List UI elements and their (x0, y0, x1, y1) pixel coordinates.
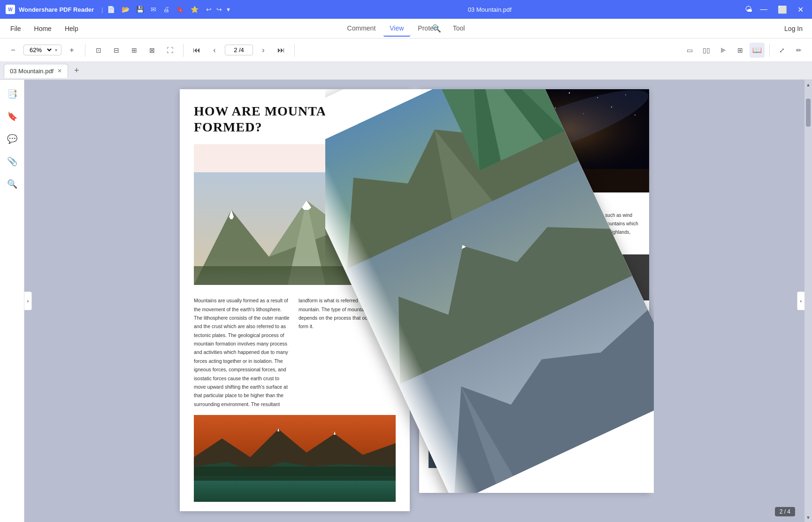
window-controls: 🌤 — ⬜ ✕ (745, 5, 806, 14)
page3-night-sky-image (419, 89, 649, 192)
page2-lake-image (194, 415, 396, 502)
document-title: 03 Mountain.pdf (235, 6, 745, 13)
bookmark-icon[interactable]: 🔖 (176, 6, 184, 13)
last-page-button[interactable]: ⏭ (274, 43, 289, 58)
zoom-control[interactable]: 62% 50% 75% 100% ▾ (23, 45, 61, 55)
titlebar-sep: | (101, 6, 103, 13)
crop-button[interactable]: ⛶ (162, 43, 177, 58)
page3-rocky-mountain-image (429, 374, 640, 468)
fullscreen-button[interactable]: ⤢ (774, 43, 789, 58)
doc-tab-active[interactable]: 03 Mountain.pdf ✕ (4, 64, 68, 78)
svg-point-27 (466, 110, 467, 111)
bookmark2-icon[interactable]: ▾ (227, 6, 230, 13)
add-tab-button[interactable]: + (70, 64, 83, 77)
book-view-button[interactable]: 📖 (750, 43, 765, 58)
page2-title: HOW ARE MOUNTAINS FORMED? (194, 103, 396, 135)
actual-size-button[interactable]: ⊠ (145, 43, 160, 58)
left-collapse-button[interactable]: › (24, 292, 32, 310)
page2-text-col2: landform is what is referred to as a mou… (299, 296, 396, 408)
two-page-view-button[interactable]: ▯▯ (699, 43, 714, 58)
page2-content: HOW ARE MOUNTAINS FORMED? (180, 89, 410, 511)
svg-marker-54 (529, 395, 539, 400)
page-number-input[interactable] (225, 45, 253, 55)
sidebar-attachment-button[interactable]: 📎 (3, 152, 22, 171)
page3-text-content: MOUNTAINS ains are created n the uplifte… (419, 192, 649, 254)
next-page-button[interactable]: › (256, 43, 271, 58)
email-icon[interactable]: ✉ (151, 6, 156, 13)
minimize-button[interactable]: — (757, 5, 770, 14)
redo-button[interactable]: ↪ (216, 6, 222, 13)
volcanic-body: TPoexamVosgSierra N (452, 315, 490, 353)
sidebar-bookmark-button[interactable]: 📑 (3, 84, 22, 103)
toolbar-sep-4 (769, 44, 770, 57)
zoom-in-button[interactable]: + (64, 43, 79, 58)
undo-redo-group: ↩ ↪ ▾ (206, 6, 230, 13)
page3-body-text: ains are created n the uplifted area. ft… (429, 211, 640, 245)
right-scrollbar[interactable]: ▲ ▼ (804, 80, 812, 522)
fit-height-button[interactable]: ⊞ (127, 43, 142, 58)
tab-tool[interactable]: Tool (446, 21, 472, 37)
svg-point-18 (433, 98, 434, 99)
pdf-content-area: HOW ARE MOUNTAINS FORMED? (24, 80, 804, 522)
sidebar-thumbnail-button[interactable]: 🔖 (3, 107, 22, 126)
new-file-icon[interactable]: 📄 (107, 6, 115, 13)
scroll-view-button[interactable]: ⫸ (716, 43, 731, 58)
save-file-icon[interactable]: 💾 (136, 6, 144, 13)
fit-width-button[interactable]: ⊟ (109, 43, 124, 58)
titlebar: W Wondershare PDF Reader | 📄 📂 💾 ✉ 🖨 🔖 ⭐… (0, 0, 812, 19)
page2-pink-decoration (194, 144, 396, 172)
fit-page-button[interactable]: ⊡ (91, 43, 106, 58)
undo-button[interactable]: ↩ (206, 6, 212, 13)
page3-bottom-text: The c surface. fo what is called th and … (419, 358, 649, 374)
main-area: 📑 🔖 💬 📎 🔍 › HOW ARE MOUNTAINS FORMED? (0, 80, 812, 522)
restore-button[interactable]: ⬜ (775, 5, 790, 14)
sidebar-comment-button[interactable]: 💬 (3, 130, 22, 148)
titlebar-file-icons: 📄 📂 💾 ✉ 🖨 🔖 ⭐ (107, 6, 199, 13)
scroll-up-button[interactable]: ▲ (804, 80, 812, 89)
scroll-thumb[interactable] (806, 99, 811, 127)
zoom-out-button[interactable]: − (6, 43, 21, 58)
volcanic-title: 1. VOLCANIC (452, 306, 490, 313)
svg-point-28 (494, 115, 495, 115)
pdf-page-3: MOUNTAINS ains are created n the uplifte… (419, 89, 649, 493)
prev-page-button[interactable]: ‹ (207, 43, 222, 58)
tab-comment[interactable]: Comment (341, 21, 383, 37)
app-name: Wondershare PDF Reader (19, 6, 94, 13)
close-button[interactable]: ✕ (795, 5, 806, 14)
annotation-button[interactable]: ✏ (791, 43, 806, 58)
first-page-button[interactable]: ⏮ (189, 43, 204, 58)
menu-tabs-center: Comment View Protect Tool (341, 21, 472, 37)
sidebar-search-button[interactable]: 🔍 (3, 175, 22, 193)
menu-file[interactable]: File (9, 23, 22, 34)
menu-help[interactable]: Help (64, 23, 79, 34)
tabsbar: 03 Mountain.pdf ✕ + (0, 62, 812, 80)
menubar: File Home Help Comment View Protect Tool… (0, 19, 812, 38)
page3-mountains-title: MOUNTAINS (429, 197, 640, 206)
page-badge: 2 / 4 (775, 507, 795, 516)
toolbar-sep-2 (183, 44, 184, 57)
menu-items-left: File Home Help (9, 23, 79, 34)
svg-rect-7 (194, 266, 396, 285)
toolbar-right: ▭ ▯▯ ⫸ ⊞ 📖 ⤢ ✏ (682, 43, 806, 58)
right-collapse-button[interactable]: ‹ (797, 292, 804, 310)
scroll-track (804, 89, 812, 513)
menu-home[interactable]: Home (33, 23, 53, 34)
svg-point-19 (456, 96, 457, 97)
pdf-page-2: HOW ARE MOUNTAINS FORMED? (180, 89, 410, 511)
zoom-select[interactable]: 62% 50% 75% 100% (28, 46, 53, 54)
login-button[interactable]: Log In (784, 25, 803, 32)
single-page-view-button[interactable]: ▭ (682, 43, 697, 58)
scroll-down-button[interactable]: ▼ (804, 513, 812, 522)
svg-point-22 (541, 100, 542, 101)
type-of-mount-section: TYPE OF MOUNTARE THEY FOP (419, 254, 649, 300)
tab-view[interactable]: View (383, 21, 410, 37)
star-icon[interactable]: ⭐ (191, 6, 199, 13)
type-section-title: TYPE OF MOUNTARE THEY FOP (429, 264, 640, 291)
doc-tab-close[interactable]: ✕ (57, 68, 62, 74)
print-icon[interactable]: 🖨 (163, 6, 169, 13)
svg-point-23 (569, 92, 570, 93)
grid-view-button[interactable]: ⊞ (733, 43, 748, 58)
doc-tab-label: 03 Mountain.pdf (10, 68, 54, 75)
open-file-icon[interactable]: 📂 (122, 6, 130, 13)
tab-protect[interactable]: Protect (411, 21, 445, 37)
